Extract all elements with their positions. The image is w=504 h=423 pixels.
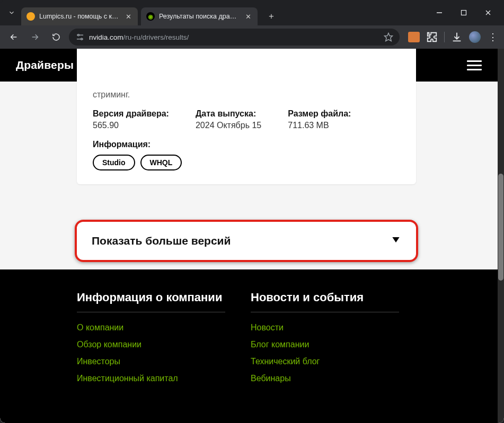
url-path: /ru-ru/drivers/results/ <box>123 33 189 41</box>
page-footer: Информация о компании О компании Обзор к… <box>0 269 498 423</box>
footer-link-investors[interactable]: Инвесторы <box>77 357 225 366</box>
profile-avatar[interactable] <box>469 31 481 43</box>
driver-date-label: Дата выпуска: <box>196 109 261 119</box>
driver-size-label: Размер файла: <box>288 109 351 119</box>
tab-title: Результаты поиска драйверов <box>159 13 240 20</box>
nav-forward-button[interactable] <box>26 29 43 46</box>
footer-link-venture[interactable]: Инвестиционный капитал <box>77 374 225 383</box>
window-controls <box>428 5 500 21</box>
driver-version-label: Версия драйвера: <box>93 109 169 119</box>
show-more-versions-button[interactable]: Показать больше версий <box>77 222 416 260</box>
page-viewport: Драйверы стриминг. Версия драйвера: 565.… <box>0 49 504 423</box>
footer-link-webinars[interactable]: Вебинары <box>251 374 399 383</box>
footer-link-overview[interactable]: Обзор компании <box>77 340 225 349</box>
favicon-nvidia: ◉ <box>146 12 155 21</box>
site-info-icon[interactable] <box>75 32 85 42</box>
footer-link-about[interactable]: О компании <box>77 323 225 332</box>
driver-size-value: 711.63 MB <box>288 121 351 130</box>
footer-col-company: Информация о компании О компании Обзор к… <box>77 291 225 391</box>
toolbar-divider <box>444 32 445 42</box>
address-bar[interactable]: nvidia.com/ru-ru/drivers/results/ <box>69 29 400 46</box>
tab-close-button[interactable]: ✕ <box>244 12 252 21</box>
url-domain: nvidia.com <box>89 33 123 41</box>
chevron-down-icon <box>391 236 401 246</box>
favicon-lumpics <box>26 12 35 21</box>
page-title: Драйверы <box>16 59 74 71</box>
toolbar-right: ⋮ <box>408 31 499 43</box>
window-maximize-button[interactable] <box>452 5 475 21</box>
new-tab-button[interactable]: + <box>264 9 279 24</box>
extension-metamask-icon[interactable] <box>408 31 420 43</box>
browser-menu-button[interactable]: ⋮ <box>487 31 499 43</box>
footer-link-blog[interactable]: Блог компании <box>251 340 399 349</box>
footer-col-news: Новости и события Новости Блог компании … <box>251 291 399 391</box>
browser-toolbar: nvidia.com/ru-ru/drivers/results/ ⋮ <box>0 25 504 49</box>
driver-card: стриминг. Версия драйвера: 565.90 Дата в… <box>77 49 416 184</box>
tab-search-button[interactable] <box>4 5 19 20</box>
bookmark-star-icon[interactable] <box>384 32 393 42</box>
page-content: стриминг. Версия драйвера: 565.90 Дата в… <box>0 82 498 423</box>
extensions-puzzle-icon[interactable] <box>426 31 438 43</box>
nav-back-button[interactable] <box>5 29 22 46</box>
menu-hamburger-button[interactable] <box>467 60 482 70</box>
driver-description-fragment: стриминг. <box>93 90 400 100</box>
svg-point-8 <box>78 34 79 36</box>
driver-version-value: 565.90 <box>93 121 169 130</box>
footer-link-techblog[interactable]: Технический блог <box>251 357 399 366</box>
footer-heading-company: Информация о компании <box>77 291 225 312</box>
tab-title: Lumpics.ru - помощь с компь <box>39 13 120 20</box>
info-pill-studio[interactable]: Studio <box>93 155 135 170</box>
downloads-icon[interactable] <box>451 31 463 43</box>
driver-date-value: 2024 Октябрь 15 <box>196 121 261 130</box>
info-pill-whql[interactable]: WHQL <box>140 155 182 170</box>
vertical-scrollbar[interactable] <box>498 49 504 423</box>
url-text: nvidia.com/ru-ru/drivers/results/ <box>89 33 379 41</box>
driver-info-label: Информация: <box>93 140 400 149</box>
svg-rect-1 <box>462 11 466 15</box>
window-close-button[interactable] <box>476 5 500 21</box>
window-minimize-button[interactable] <box>428 5 451 21</box>
tab-close-button[interactable]: ✕ <box>124 12 132 21</box>
tab-nvidia-active[interactable]: ◉ Результаты поиска драйверов ✕ <box>141 7 258 25</box>
svg-point-9 <box>81 38 83 40</box>
tab-lumpics[interactable]: Lumpics.ru - помощь с компь ✕ <box>21 7 138 25</box>
scrollbar-thumb[interactable] <box>498 174 503 281</box>
show-more-versions-label: Показать больше версий <box>92 235 231 247</box>
svg-marker-13 <box>392 237 399 242</box>
footer-link-news[interactable]: Новости <box>251 323 399 332</box>
nav-reload-button[interactable] <box>48 29 65 46</box>
browser-titlebar: Lumpics.ru - помощь с компь ✕ ◉ Результа… <box>0 0 504 25</box>
footer-heading-news: Новости и события <box>251 291 399 312</box>
svg-marker-10 <box>385 33 393 41</box>
